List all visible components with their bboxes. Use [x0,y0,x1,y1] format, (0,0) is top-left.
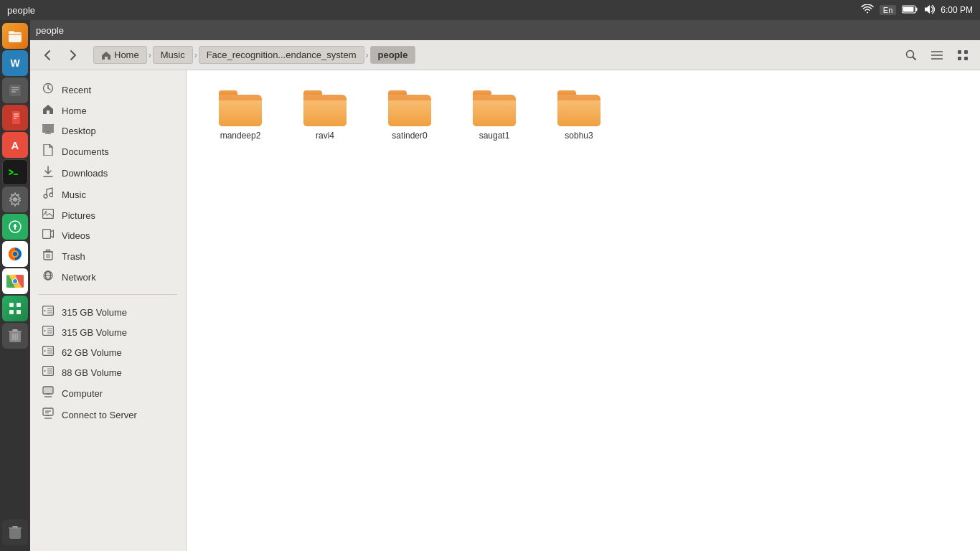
sidebar-item-music[interactable]: Music [30,184,186,205]
view-grid-button[interactable] [951,44,974,66]
sidebar-label-desktop: Desktop [62,126,96,136]
svg-rect-2 [903,6,914,11]
content-area: Recent Home [30,70,980,551]
svg-rect-1 [916,7,918,11]
svg-rect-46 [958,57,961,60]
lang-indicator: En [880,5,896,15]
svg-rect-3 [9,32,22,42]
dock-icon-softcenter[interactable]: A [2,132,28,158]
breadcrumb-home[interactable]: Home [93,46,147,64]
system-bar-left: people [7,5,35,16]
svg-rect-47 [964,57,968,60]
sidebar-item-videos[interactable]: Videos [30,225,186,245]
wifi-indicator [861,4,874,17]
battery-indicator [902,5,918,16]
music-icon [42,187,55,202]
sidebar-item-vol4[interactable]: 88 GB Volume [30,362,186,382]
sidebar-item-vol3[interactable]: 62 GB Volume [30,342,186,362]
folder-name-mandeep2: mandeep2 [220,131,261,141]
dock-icon-trash-bottom[interactable] [2,519,28,545]
folder-icon-sobhu3 [557,90,600,126]
svg-rect-26 [9,303,14,307]
breadcrumb-sep-3: › [366,50,369,60]
folder-item-ravi4[interactable]: ravi4 [286,85,364,146]
dock-icon-appgrid[interactable] [2,296,28,321]
svg-rect-10 [10,111,12,124]
dock-icon-updater[interactable] [2,214,28,240]
recent-icon [42,83,55,97]
svg-point-16 [13,197,17,202]
svg-point-56 [44,194,47,198]
sidebar-item-trash[interactable]: Trash [30,245,186,267]
back-button[interactable] [36,44,59,66]
breadcrumb-sep-2: › [194,50,197,60]
svg-point-21 [13,252,17,256]
svg-rect-5 [9,85,21,96]
dock-icon-files[interactable] [2,23,28,49]
sidebar-devices: 315 GB Volume [30,299,186,428]
sidebar-separator [39,294,177,295]
app-title: people [7,5,35,16]
sidebar-item-recent[interactable]: Recent [30,79,186,100]
dock-icon-trash[interactable] [2,323,28,349]
sidebar-label-home: Home [62,105,87,116]
sidebar-item-documents[interactable]: Documents [30,141,186,162]
sidebar-label-downloads: Downloads [62,168,108,179]
volume-indicator [923,4,935,17]
svg-rect-14 [8,166,22,178]
videos-icon [42,229,55,242]
dock-icon-settings[interactable] [2,187,28,212]
system-bar: people En 6:00 PM [0,0,980,20]
view-list-button[interactable] [925,44,948,66]
sidebar-item-network[interactable]: Network [30,267,186,287]
sidebar-label-vol2: 315 GB Volume [62,327,127,338]
file-manager: people Home [30,20,980,551]
sidebar-item-home[interactable]: Home [30,100,186,121]
sidebar-label-pictures: Pictures [62,210,95,221]
dock-icon-chrome[interactable] [2,268,28,294]
sidebar-label-vol1: 315 GB Volume [62,307,127,318]
sidebar-item-desktop[interactable]: Desktop [30,121,186,141]
folder-name-sobhu3: sobhu3 [565,131,593,141]
sidebar-item-connect[interactable]: Connect to Server [30,404,186,425]
search-button[interactable] [900,44,923,66]
folder-icon-mandeep2 [219,90,262,126]
breadcrumb-people[interactable]: people [370,46,416,64]
folder-item-satinder0[interactable]: satinder0 [370,85,449,146]
svg-line-50 [48,88,50,90]
sidebar-label-computer: Computer [62,388,103,399]
sidebar-label-vol3: 62 GB Volume [62,347,122,358]
sidebar-label-vol4: 88 GB Volume [62,367,122,378]
folder-item-saugat1[interactable]: saugat1 [455,85,534,146]
svg-rect-52 [43,125,53,131]
volume-icon-1 [42,306,55,319]
folder-item-mandeep2[interactable]: mandeep2 [201,85,280,146]
breadcrumb-music[interactable]: Music [153,46,193,64]
svg-rect-29 [17,310,21,314]
breadcrumb-face[interactable]: Face_recognition...endance_system [199,46,364,64]
svg-point-77 [44,330,45,331]
sidebar-item-vol1[interactable]: 315 GB Volume [30,302,186,322]
sidebar-item-computer[interactable]: Computer [30,382,186,404]
svg-point-87 [44,370,45,372]
desktop-icon [42,124,55,137]
svg-rect-27 [17,303,21,307]
dock-icon-writer[interactable]: W [2,50,28,76]
title-bar-text: people [36,25,64,36]
volume-icon-3 [42,346,55,359]
connect-icon [42,408,55,422]
sidebar-item-vol2[interactable]: 315 GB Volume [30,322,186,342]
sidebar-places: Recent Home [30,76,186,290]
dock-icon-rednotebook[interactable] [2,105,28,131]
sidebar-item-pictures[interactable]: Pictures [30,205,186,225]
folder-item-sobhu3[interactable]: sobhu3 [540,85,618,146]
trash-icon [42,249,55,263]
sidebar-label-trash: Trash [62,251,85,262]
forward-button[interactable] [62,44,85,66]
folder-icon-ravi4 [303,90,347,126]
sidebar-item-downloads[interactable]: Downloads [30,162,186,184]
dock-icon-text-editor[interactable] [2,77,28,103]
dock-icon-firefox[interactable] [2,241,28,267]
svg-rect-4 [9,31,14,34]
dock-icon-terminal[interactable] [2,159,28,185]
